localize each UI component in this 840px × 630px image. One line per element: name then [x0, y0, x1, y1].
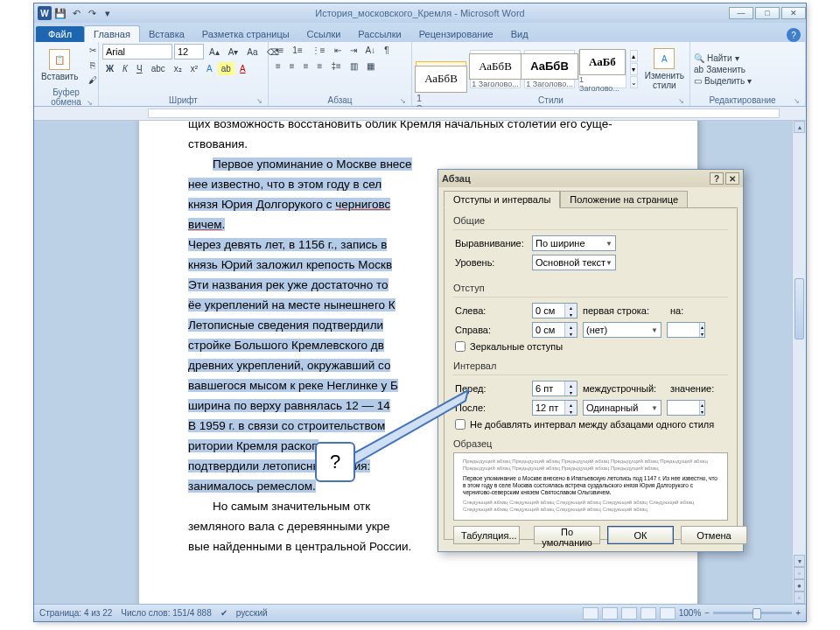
tab-file[interactable]: Файл [36, 26, 84, 42]
no-space-same-style-checkbox[interactable]: Не добавлять интервал между абзацами одн… [455, 419, 726, 430]
qat-redo-button[interactable]: ↷ [85, 6, 99, 20]
increase-indent-button[interactable]: ⇥ [346, 44, 360, 57]
replace-button[interactable]: abЗаменить [694, 65, 752, 74]
subscript-button[interactable]: x₂ [171, 62, 186, 75]
prev-page-button[interactable]: ◦ [794, 567, 805, 579]
scroll-thumb[interactable] [794, 278, 804, 340]
text-line[interactable]: щих возможность восстановить облик Кремл… [188, 121, 648, 134]
minimize-button[interactable]: — [729, 7, 753, 19]
change-styles-button[interactable]: A Изменить стили [641, 46, 688, 92]
zoom-slider[interactable] [713, 612, 792, 614]
tab-review[interactable]: Рецензирование [410, 26, 502, 42]
space-before-input[interactable]: ▴▾ [532, 381, 578, 396]
zoom-level[interactable]: 100% [679, 608, 702, 618]
maximize-button[interactable]: □ [755, 7, 780, 19]
cancel-button[interactable]: Отмена [681, 526, 747, 544]
styles-next-button[interactable]: ▾ [630, 63, 638, 75]
firstline-select[interactable]: (нет)▼ [583, 322, 662, 338]
text-line[interactable]: ствования. [188, 134, 648, 154]
tabs-button[interactable]: Табуляция... [453, 526, 520, 544]
align-right-button[interactable]: ≡ [300, 60, 312, 73]
status-words[interactable]: Число слов: 151/4 888 [121, 608, 211, 618]
line-spacing-button[interactable]: ‡≡ [327, 60, 344, 73]
style-heading3[interactable]: АаБбВ1 Заголово... [524, 50, 575, 88]
multilevel-button[interactable]: ⋮≡ [308, 44, 329, 57]
font-size-select[interactable] [174, 44, 204, 60]
spacing-value-input[interactable]: ▴▾ [667, 400, 705, 416]
styles-prev-button[interactable]: ▴ [630, 50, 638, 62]
bold-button[interactable]: Ж [102, 62, 117, 75]
justify-button[interactable]: ≡ [314, 60, 326, 73]
tab-home[interactable]: Главная [84, 25, 140, 42]
indent-left-input[interactable]: ▴▾ [532, 303, 578, 318]
status-proofing-icon[interactable]: ✔ [220, 608, 228, 618]
browse-object-button[interactable]: ● [794, 579, 805, 592]
view-reading-button[interactable] [602, 607, 618, 620]
tab-layout[interactable]: Разметка страницы [193, 26, 298, 42]
mirror-indents-checkbox[interactable]: Зеркальные отступы [455, 341, 726, 352]
help-icon[interactable]: ? [787, 28, 801, 42]
shading-button[interactable]: ▥ [346, 60, 361, 73]
highlight-button[interactable]: ab [218, 62, 234, 75]
status-language[interactable]: русский [236, 608, 268, 618]
view-draft-button[interactable] [660, 607, 676, 620]
dialog-tab-pagebreaks[interactable]: Положение на странице [560, 191, 688, 208]
select-button[interactable]: ▭Выделить ▾ [694, 76, 752, 86]
dialog-close-button[interactable]: ✕ [725, 172, 739, 185]
style-heading2[interactable]: АаБбВ1 Заголово... [470, 50, 521, 88]
font-name-select[interactable] [102, 44, 172, 60]
styles-more-button[interactable]: ⌄ [630, 76, 638, 88]
view-outline-button[interactable] [640, 607, 656, 620]
ok-button[interactable]: ОК [607, 526, 674, 544]
text-effects-button[interactable]: A [203, 62, 216, 75]
space-after-input[interactable]: ▴▾ [532, 400, 578, 416]
scroll-up-button[interactable]: ▴ [794, 121, 805, 133]
paste-button[interactable]: 📋 Вставить [38, 47, 81, 83]
alignment-select[interactable]: По ширине▼ [532, 235, 616, 251]
style-heading1[interactable]: АаБбВ1 Заголово... [416, 61, 466, 77]
align-center-button[interactable]: ≡ [286, 60, 298, 73]
scroll-down-button[interactable]: ▾ [794, 555, 805, 567]
style-heading4[interactable]: АаБб1 Заголово... [578, 50, 626, 88]
underline-button[interactable]: Ч [133, 62, 146, 75]
indent-right-input[interactable]: ▴▾ [532, 322, 578, 338]
qat-customize-button[interactable]: ▾ [101, 6, 115, 20]
dialog-tab-indents[interactable]: Отступы и интервалы [444, 191, 560, 208]
decrease-indent-button[interactable]: ⇤ [331, 44, 345, 57]
show-marks-button[interactable]: ¶ [381, 44, 392, 57]
vertical-scrollbar[interactable]: ▴ ▾ ◦ ● ◦ [792, 121, 806, 604]
dialog-titlebar[interactable]: Абзац ? ✕ [438, 170, 743, 187]
font-color-button[interactable]: A [236, 62, 249, 75]
change-case-button[interactable]: Aa [243, 46, 261, 59]
borders-button[interactable]: ▦ [363, 60, 378, 73]
close-button[interactable]: ✕ [781, 7, 806, 19]
tab-mailings[interactable]: Рассылки [349, 26, 410, 42]
qat-save-button[interactable]: 💾 [53, 6, 67, 20]
numbering-button[interactable]: 1≡ [289, 44, 305, 57]
outline-level-select[interactable]: Основной текст▼ [532, 255, 616, 270]
tab-insert[interactable]: Вставка [140, 26, 193, 42]
horizontal-ruler[interactable] [34, 107, 806, 121]
default-button[interactable]: По умолчанию [534, 526, 600, 544]
zoom-out-button[interactable]: − [704, 608, 710, 618]
superscript-button[interactable]: x² [187, 62, 201, 75]
dialog-help-button[interactable]: ? [710, 172, 724, 185]
linespacing-select[interactable]: Одинарный▼ [583, 400, 662, 416]
tab-view[interactable]: Вид [502, 26, 537, 42]
bullets-button[interactable]: •≡ [272, 44, 287, 57]
shrink-font-button[interactable]: A▾ [225, 46, 242, 59]
strike-button[interactable]: abc [148, 62, 169, 75]
view-web-button[interactable] [621, 607, 637, 620]
italic-button[interactable]: К [119, 62, 131, 75]
next-page-button[interactable]: ◦ [794, 592, 805, 604]
sort-button[interactable]: A↓ [362, 44, 380, 57]
zoom-in-button[interactable]: + [795, 608, 801, 618]
firstline-by-input[interactable]: ▴▾ [667, 322, 705, 338]
status-page[interactable]: Страница: 4 из 22 [39, 608, 112, 618]
view-print-button[interactable] [583, 607, 598, 620]
tab-references[interactable]: Ссылки [298, 26, 350, 42]
grow-font-button[interactable]: A▴ [206, 46, 223, 59]
find-button[interactable]: 🔍Найти ▾ [694, 53, 752, 63]
qat-undo-button[interactable]: ↶ [69, 6, 83, 20]
align-left-button[interactable]: ≡ [272, 60, 284, 73]
